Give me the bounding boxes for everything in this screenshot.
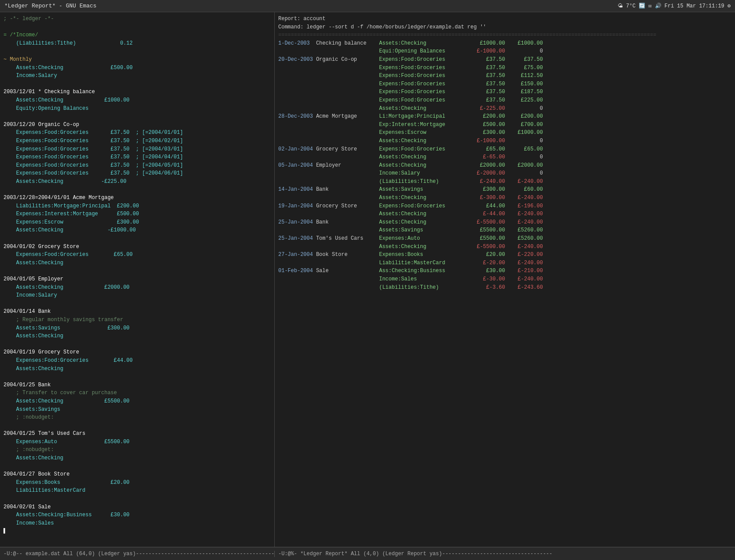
transaction-line: 28-Dec-2003 Acme Mortgage Li:Mortgage:Pr… (278, 112, 732, 121)
transaction-line: Expens:Food:Groceries £37.50 £75.00 (278, 64, 732, 72)
left-line (4, 495, 271, 503)
left-pane: ; -*- ledger -*- = /*Income/ (Liabilitie… (0, 12, 275, 547)
system-info: 🌤 7°C 🔄 ✉ 🔊 Fri 15 Mar 17:11:19 ⚙ (618, 3, 731, 9)
left-line: ; :nobudget: (4, 446, 271, 454)
transaction-line: Liabilitie:MasterCard £-20.00 £-240.00 (278, 259, 732, 267)
left-line: Assets:Checking (4, 365, 271, 373)
left-line: Expenses:Escrow £300.00 (4, 218, 271, 227)
left-line: = /*Income/ (4, 31, 271, 39)
left-line: 2004/01/27 Book Store (4, 470, 271, 479)
left-line: Assets:Checking £1000.00 (4, 96, 271, 105)
transaction-line: Assets:Checking £-300.00 £-240.00 (278, 194, 732, 202)
left-line (4, 23, 271, 32)
left-line: 2004/01/25 Bank (4, 381, 271, 389)
left-line: Assets:Checking (4, 454, 271, 462)
left-line: Assets:Checking £500.00 (4, 64, 271, 72)
transaction-line: Assets:Checking £-225.00 0 (278, 105, 732, 113)
left-line (4, 340, 271, 349)
transaction-line: Expenses:Escrow £300.00 £1000.00 (278, 129, 732, 137)
left-line: Liabilities:MasterCard (4, 486, 271, 495)
left-line: Income:Salary (4, 291, 271, 300)
left-line: 2004/02/01 Sale (4, 503, 271, 511)
transaction-line: Assets:Checking £-44.00 £-240.00 (278, 210, 732, 218)
left-line: Expenses:Food:Groceries £37.50 ; [=2004/… (4, 129, 271, 137)
left-line: Assets:Checking -£225.00 (4, 178, 271, 186)
left-line: ; Transfer to cover car purchase (4, 389, 271, 397)
left-line: Assets:Checking -£1000.00 (4, 226, 271, 234)
transaction-line: 1-Dec-2003 Checking balance Assets:Check… (278, 39, 732, 48)
left-line: 2004/01/02 Grocery Store (4, 243, 271, 251)
transaction-line: (Liabilities:Tithe) £-3.60 £-243.60 (278, 284, 732, 292)
left-line: Expenses:Food:Groceries £37.50 ; [=2004/… (4, 153, 271, 161)
report-header-2: Command: ledger --sort d -f /home/borbus… (278, 23, 732, 32)
left-line (4, 112, 271, 121)
transaction-line: 14-Jan-2004 Bank Assets:Savings £300.00 … (278, 186, 732, 194)
left-line: Assets:Checking:Business £30.00 (4, 511, 271, 519)
left-line: Assets:Checking £5500.00 (4, 397, 271, 406)
left-line: Expenses:Interest:Mortgage £500.00 (4, 210, 271, 218)
left-line (4, 234, 271, 243)
left-line: 2003/12/28=2004/01/01 Acme Mortgage (4, 194, 271, 202)
transaction-line: Assets:Checking £-1000.00 0 (278, 137, 732, 145)
left-line: ▌ (4, 527, 271, 536)
status-bar: -U:@-- example.dat All (64,0) (Ledger ya… (0, 547, 735, 560)
left-line (4, 267, 271, 275)
transaction-line: Income:Sales £-30.00 £-240.00 (278, 275, 732, 284)
separator: ========================================… (278, 31, 732, 39)
window-title: *Ledger Report* - GNU Emacs (4, 3, 97, 9)
transaction-line: 01-Feb-2004 Sale Ass:Checking:Business £… (278, 267, 732, 275)
left-line: Assets:Savings (4, 406, 271, 414)
left-line: Expenses:Food:Groceries £37.50 ; [=2004/… (4, 161, 271, 170)
transaction-line: Expens:Food:Groceries £37.50 £112.50 (278, 72, 732, 80)
transaction-line: Expens:Food:Groceries £37.50 £150.00 (278, 80, 732, 88)
left-line: 2004/01/05 Employer (4, 275, 271, 284)
left-line: Expenses:Food:Groceries £65.00 (4, 251, 271, 259)
left-line (4, 300, 271, 308)
transaction-line: 02-Jan-2004 Grocery Store Expens:Food:Gr… (278, 145, 732, 154)
transaction-line: Assets:Checking £-65.00 0 (278, 153, 732, 161)
left-line: ; -*- ledger -*- (4, 15, 271, 23)
left-line: ~ Monthly (4, 56, 271, 64)
left-line: Income:Salary (4, 72, 271, 80)
transaction-line: Income:Salary £-2000.00 0 (278, 169, 732, 178)
left-line: 2004/01/14 Bank (4, 308, 271, 316)
left-line (4, 462, 271, 471)
left-line: Equity:Opening Balances (4, 105, 271, 113)
left-line: Expenses:Food:Groceries £37.50 ; [=2004/… (4, 145, 271, 154)
left-line (4, 373, 271, 381)
status-left: -U:@-- example.dat All (64,0) (Ledger ya… (0, 551, 275, 557)
left-line: Expenses:Auto £5500.00 (4, 438, 271, 446)
left-line: 2003/12/20 Organic Co-op (4, 121, 271, 129)
title-bar: *Ledger Report* - GNU Emacs 🌤 7°C 🔄 ✉ 🔊 … (0, 0, 735, 12)
left-line (4, 422, 271, 430)
report-header-1: Report: account (278, 15, 732, 23)
right-pane: Report: accountCommand: ledger --sort d … (275, 12, 735, 547)
transaction-line: Assets:Checking £-5500.00 £-240.00 (278, 243, 732, 251)
transaction-line: 25-Jan-2004 Bank Assets:Checking £-5500.… (278, 218, 732, 227)
left-line: ; Regular monthly savings transfer (4, 316, 271, 324)
left-line: Income:Sales (4, 519, 271, 528)
left-line (4, 186, 271, 194)
left-line: 2004/01/19 Grocery Store (4, 348, 271, 357)
transaction-line: 25-Jan-2004 Tom's Used Cars Expenses:Aut… (278, 234, 732, 243)
left-line: Expenses:Food:Groceries £44.00 (4, 357, 271, 365)
left-line: 2003/12/01 * Checking balance (4, 88, 271, 96)
left-line: Assets:Checking (4, 332, 271, 340)
transaction-line: 19-Jan-2004 Grocery Store Expens:Food:Gr… (278, 202, 732, 210)
transaction-line: Exp:Interest:Mortgage £500.00 £700.00 (278, 121, 732, 129)
left-line (4, 47, 271, 56)
left-line: ; :nobudget: (4, 413, 271, 422)
left-line (4, 80, 271, 88)
left-line: 2004/01/25 Tom's Used Cars (4, 430, 271, 438)
left-line: Expenses:Food:Groceries £37.50 ; [=2004/… (4, 137, 271, 145)
left-line: Assets:Savings £300.00 (4, 324, 271, 332)
transaction-line: Equi:Opening Balances £-1000.00 0 (278, 47, 732, 56)
transaction-line: 20-Dec-2003 Organic Co-op Expens:Food:Gr… (278, 56, 732, 64)
transaction-line: 05-Jan-2004 Employer Assets:Checking £20… (278, 161, 732, 170)
left-line: Assets:Checking £2000.00 (4, 284, 271, 292)
left-line: (Liabilities:Tithe) 0.12 (4, 39, 271, 48)
status-right: -U:@%- *Ledger Report* All (4,0) (Ledger… (275, 551, 735, 557)
transaction-line: Expens:Food:Groceries £37.50 £187.50 (278, 88, 732, 96)
left-line: Expenses:Books £20.00 (4, 479, 271, 487)
transaction-line: 27-Jan-2004 Book Store Expenses:Books £2… (278, 251, 732, 259)
